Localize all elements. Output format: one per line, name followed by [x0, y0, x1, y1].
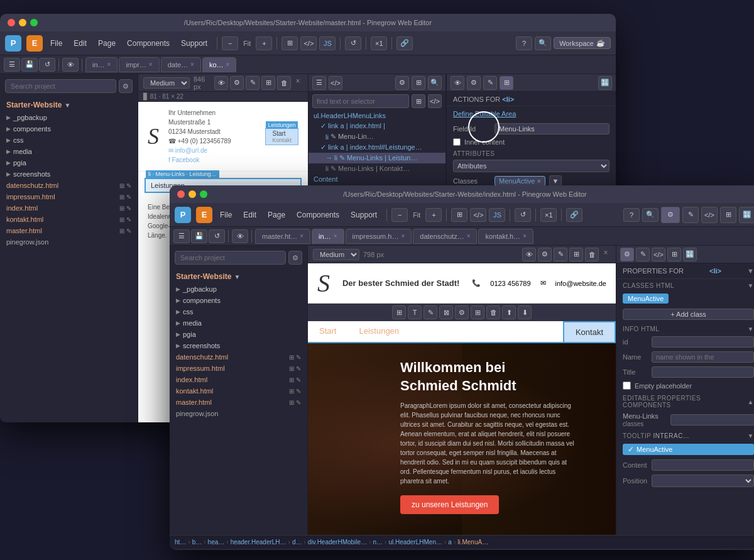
attributes-select[interactable]: Attributes — [453, 160, 609, 172]
link-btn[interactable]: 🔗 — [396, 36, 413, 50]
w2-file-impressum[interactable]: impressum.html ⊞ ✎ — [170, 363, 307, 374]
minimize-button[interactable] — [19, 19, 26, 26]
w2-folder-screenshots[interactable]: screenshots — [170, 340, 307, 351]
bc-ul[interactable]: ul.HeaderLHMen… — [388, 539, 442, 546]
folder-css[interactable]: css — [0, 135, 138, 146]
bc-header-lh[interactable]: header.HeaderLH… — [231, 539, 287, 546]
folder-screenshots[interactable]: screenshots — [0, 168, 138, 180]
maximize-button[interactable] — [30, 19, 38, 26]
w2-icon4[interactable]: ⊞ — [720, 207, 736, 223]
w2-folder-components[interactable]: components — [170, 295, 307, 306]
wp2-et-icon3[interactable]: ✎ — [423, 305, 437, 319]
w2-file-menu[interactable]: File — [215, 209, 237, 221]
tree-node-li1[interactable]: li ✎ Menu-Lin… — [309, 131, 445, 142]
info-chevron[interactable]: ▼ — [748, 326, 754, 332]
w2-search-input[interactable] — [175, 251, 286, 265]
title-input[interactable] — [652, 366, 754, 378]
ep-classes-input[interactable] — [670, 414, 754, 425]
preview-tool-1[interactable]: 👁 — [214, 76, 228, 90]
zoom-out-btn[interactable]: − — [222, 36, 238, 50]
tree-node-ul[interactable]: ul.HeaderLHMenuLinks — [309, 111, 445, 121]
w2-tab-impressum[interactable]: impressum.h…× — [346, 229, 412, 244]
w2-tab-datenschutz[interactable]: datenschutz…× — [413, 229, 477, 244]
properties-icon-active[interactable]: ⚙ — [661, 207, 680, 223]
refresh-btn[interactable]: ↺ — [345, 36, 361, 50]
id-input[interactable] — [652, 336, 754, 348]
w2-icon5[interactable]: 🔣 — [739, 207, 754, 223]
w2-size-select[interactable]: Medium — [313, 249, 359, 260]
wp2-et-icon7[interactable]: 🗑 — [486, 305, 500, 319]
props-icon2[interactable]: ✎ — [636, 248, 650, 261]
folder-media[interactable]: media — [0, 146, 138, 157]
props-icon4[interactable]: ⊞ — [667, 248, 681, 261]
preview-tool-3[interactable]: ✎ — [246, 76, 260, 90]
file-menu[interactable]: File — [45, 38, 67, 49]
props-icon-active[interactable]: ⚙ — [620, 248, 634, 261]
file-datenschutz[interactable]: datenschutz.html ⊞ ✎ — [0, 180, 138, 191]
file-kontakt[interactable]: kontakt.html ⊞ ✎ — [0, 214, 138, 225]
preview-close[interactable]: × — [293, 76, 303, 86]
w2-icon2[interactable]: ✎ — [682, 207, 699, 223]
tree-node-link2[interactable]: ✓ link a | index.html#Leistunge… — [309, 142, 445, 153]
w2-tab-in[interactable]: in…× — [312, 229, 344, 244]
w2-tool4[interactable]: ⊞ — [569, 248, 583, 261]
inner-content-checkbox[interactable] — [453, 138, 461, 146]
preview-tool-2[interactable]: ⚙ — [230, 76, 244, 90]
w2-file-master[interactable]: master.html ⊞ ✎ — [170, 397, 307, 408]
tree-node-li2-selected[interactable]: → li ✎ Menu-Links | Leistun… — [309, 153, 445, 163]
actions-icon3[interactable]: ✎ — [483, 76, 497, 90]
undo-btn[interactable]: ↺ — [39, 58, 55, 72]
menuactive-badge[interactable]: MenuActive — [623, 294, 669, 304]
support-menu[interactable]: Support — [176, 38, 212, 49]
w2-tool2[interactable]: ⚙ — [538, 248, 552, 261]
w2-tool3[interactable]: ✎ — [554, 248, 567, 261]
w2-code[interactable]: </> — [470, 208, 486, 222]
w2-help[interactable]: ? — [623, 208, 640, 222]
w2-page-menu[interactable]: Page — [263, 209, 290, 221]
hero-cta-button[interactable]: zu unseren Leistungen — [400, 495, 499, 514]
tab-date[interactable]: date…× — [161, 57, 201, 72]
w2-icon3[interactable]: </> — [701, 207, 718, 223]
file-index[interactable]: index.html ⊞ ✎ — [0, 202, 138, 214]
tooltip-position-select[interactable] — [652, 475, 754, 487]
nav-kontakt-selected[interactable]: Kontakt — [563, 321, 616, 342]
tree-search-code[interactable]: </> — [428, 94, 442, 108]
w2-folder-pgbackup[interactable]: _pgbackup — [170, 283, 307, 295]
w2-tool1[interactable]: 👁 — [522, 248, 536, 261]
w2-support-menu[interactable]: Support — [346, 209, 382, 221]
tab-impr-close[interactable]: × — [149, 61, 153, 68]
tab-in[interactable]: in…× — [85, 57, 117, 72]
tree-node-content[interactable]: Content — [309, 174, 445, 184]
help-btn[interactable]: ? — [516, 36, 532, 50]
w2-save[interactable]: 💾 — [191, 229, 207, 243]
folder-pgbackup[interactable]: _pgbackup — [0, 112, 138, 123]
w2-tool5[interactable]: 🗑 — [585, 248, 599, 261]
tree-panel-icon4[interactable]: ⊞ — [412, 76, 425, 90]
tree-node-li3[interactable]: li ✎ Menu-Links | Kontakt… — [309, 163, 445, 174]
w2-tab-master[interactable]: master.ht…× — [255, 229, 310, 244]
save-btn[interactable]: 💾 — [21, 58, 38, 72]
wp2-et-icon6[interactable]: ⊞ — [471, 305, 484, 319]
w2-maximize-button[interactable] — [200, 190, 207, 198]
w2-project-title[interactable]: Starter-Website ▼ — [170, 270, 307, 283]
bc-a[interactable]: a — [448, 539, 452, 546]
search-btn[interactable]: 🔍 — [535, 36, 551, 50]
w2-filter-icon[interactable]: ⚙ — [288, 251, 302, 265]
grid-btn[interactable]: ⊞ — [281, 36, 298, 50]
w2-folder-pgia[interactable]: pgia — [170, 329, 307, 340]
folder-pgia[interactable]: pgia — [0, 157, 138, 168]
tab-date-close[interactable]: × — [190, 61, 194, 68]
bc-b[interactable]: b… — [192, 539, 202, 546]
actions-icon4-active[interactable]: ⊞ — [500, 76, 513, 90]
w2-components-menu[interactable]: Components — [292, 209, 344, 221]
page-menu[interactable]: Page — [93, 38, 121, 49]
w2-multiplier[interactable]: ×1 — [540, 208, 557, 222]
w2-panel-toggle[interactable]: ☰ — [173, 229, 190, 243]
tree-panel-icon2[interactable]: </> — [329, 76, 342, 90]
w2-folder-media[interactable]: media — [170, 317, 307, 329]
tree-search-input[interactable] — [312, 94, 409, 108]
file-master[interactable]: master.html ⊞ ✎ — [0, 225, 138, 236]
tooltip-menuactive-badge[interactable]: ✓ MenuActive — [623, 444, 754, 455]
wp2-et-icon5[interactable]: ⚙ — [455, 305, 469, 319]
actions-icon1[interactable]: 👁 — [451, 76, 464, 90]
